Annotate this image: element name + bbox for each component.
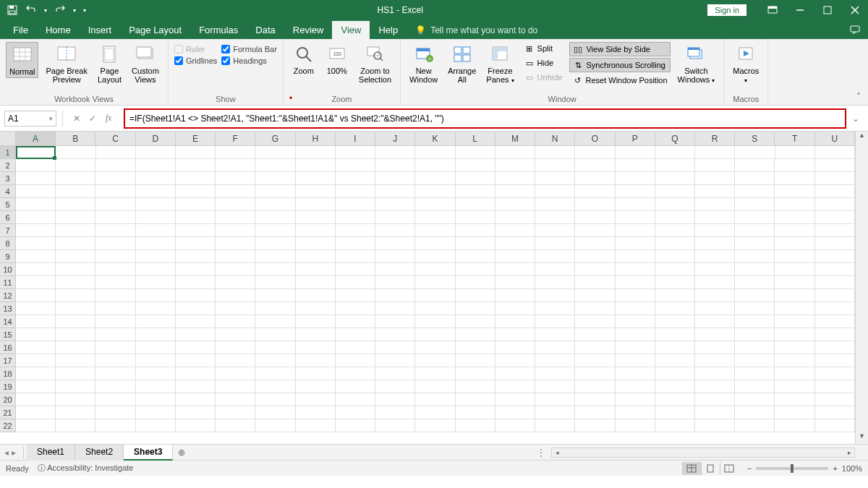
cell[interactable] (535, 146, 575, 159)
row-header[interactable]: 7 (0, 224, 16, 237)
cell[interactable] (655, 237, 695, 250)
cell[interactable] (655, 198, 695, 211)
cell[interactable] (655, 367, 695, 380)
pagebreak-view-statusbtn[interactable] (720, 462, 739, 475)
row-header[interactable]: 6 (0, 211, 16, 224)
cell[interactable] (216, 224, 255, 237)
cell[interactable] (216, 172, 255, 185)
cell[interactable] (815, 224, 855, 237)
cell[interactable] (375, 159, 415, 172)
cell[interactable] (375, 276, 415, 289)
reset-window-button[interactable]: ↺Reset Window Position (569, 74, 670, 87)
zoom-button[interactable]: Zoom (289, 42, 318, 77)
cell[interactable] (775, 237, 814, 250)
row-header[interactable]: 10 (0, 263, 16, 276)
cell[interactable] (255, 315, 295, 328)
cell[interactable] (815, 263, 855, 276)
cell[interactable] (296, 289, 336, 302)
cell[interactable] (375, 172, 415, 185)
cell[interactable] (695, 250, 735, 263)
cell[interactable] (176, 315, 216, 328)
column-header[interactable]: Q (655, 132, 695, 146)
cell[interactable] (415, 328, 455, 341)
cell[interactable] (815, 237, 855, 250)
cell[interactable] (375, 419, 415, 432)
cell[interactable] (535, 198, 575, 211)
row-header[interactable]: 5 (0, 198, 16, 211)
cell[interactable] (336, 172, 375, 185)
cell[interactable] (216, 302, 255, 315)
cell[interactable] (695, 289, 735, 302)
cell[interactable] (95, 224, 135, 237)
cell[interactable] (655, 263, 695, 276)
cell[interactable] (735, 250, 775, 263)
cell[interactable] (296, 185, 336, 198)
cell[interactable] (735, 198, 775, 211)
cell[interactable] (56, 172, 95, 185)
cell[interactable] (575, 185, 615, 198)
column-header[interactable]: B (56, 132, 95, 146)
cell[interactable] (375, 237, 415, 250)
cell[interactable] (775, 172, 814, 185)
cell[interactable] (695, 276, 735, 289)
cell[interactable] (95, 198, 135, 211)
cell[interactable] (336, 224, 375, 237)
cell[interactable] (296, 276, 336, 289)
cell[interactable] (616, 419, 655, 432)
cell[interactable] (535, 289, 575, 302)
cell[interactable] (735, 146, 775, 159)
cell[interactable] (735, 211, 775, 224)
cell[interactable] (695, 380, 735, 393)
cell[interactable] (415, 211, 455, 224)
cell[interactable] (56, 354, 95, 367)
column-header[interactable]: T (775, 132, 814, 146)
cell[interactable] (535, 250, 575, 263)
column-header[interactable]: O (575, 132, 615, 146)
cell[interactable] (655, 159, 695, 172)
cell[interactable] (375, 289, 415, 302)
cell[interactable] (695, 198, 735, 211)
cell[interactable] (775, 146, 815, 159)
cell[interactable] (16, 354, 56, 367)
cell[interactable] (95, 185, 135, 198)
cancel-formula-button[interactable]: ✕ (69, 111, 85, 127)
zoom-slider[interactable] (756, 467, 828, 470)
cell[interactable] (535, 380, 575, 393)
cell[interactable] (95, 289, 135, 302)
cell[interactable] (255, 302, 295, 315)
cell[interactable] (336, 419, 375, 432)
cell[interactable] (95, 419, 135, 432)
cell[interactable] (216, 367, 255, 380)
cell[interactable] (216, 315, 255, 328)
cell[interactable] (216, 237, 255, 250)
signin-button[interactable]: Sign in (707, 4, 746, 16)
cell[interactable] (95, 263, 135, 276)
pagebreak-preview-button[interactable]: Page Break Preview (43, 42, 90, 85)
cell[interactable] (415, 393, 455, 406)
cell[interactable] (616, 328, 655, 341)
cell[interactable] (255, 146, 295, 159)
cell[interactable] (535, 159, 575, 172)
cell[interactable] (616, 237, 655, 250)
cell[interactable] (336, 341, 375, 354)
cell[interactable] (415, 419, 455, 432)
cell[interactable] (575, 159, 615, 172)
zoom-level[interactable]: 100% (842, 464, 862, 473)
cell[interactable] (216, 146, 255, 159)
cell[interactable] (535, 315, 575, 328)
cell[interactable] (575, 172, 615, 185)
headings-checkbox[interactable]: Headings (221, 56, 277, 65)
column-header[interactable]: M (495, 132, 535, 146)
gridlines-checkbox[interactable]: Gridlines (174, 56, 217, 65)
cell[interactable] (735, 224, 775, 237)
cell[interactable] (375, 380, 415, 393)
cell[interactable] (176, 250, 216, 263)
cell[interactable] (456, 419, 495, 432)
cell[interactable] (336, 159, 375, 172)
cell[interactable] (95, 367, 135, 380)
cell[interactable] (695, 354, 735, 367)
cell[interactable] (136, 185, 176, 198)
cell[interactable] (95, 237, 135, 250)
cell[interactable] (415, 380, 455, 393)
cell[interactable] (336, 211, 375, 224)
